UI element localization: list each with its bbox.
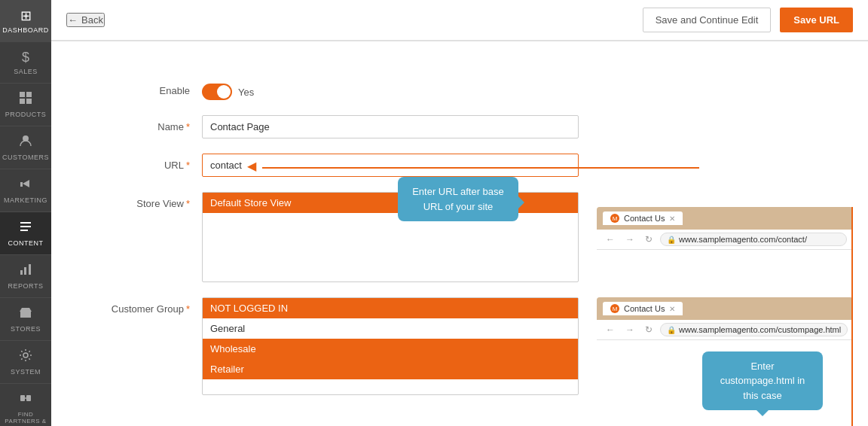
form-area: Enable Yes Name* URL*	[51, 56, 868, 426]
url-input[interactable]	[202, 154, 579, 177]
browser-2-forward-btn[interactable]: →	[622, 323, 637, 336]
svg-point-12	[23, 353, 28, 358]
enable-toggle-wrap: Yes	[202, 79, 579, 100]
back-label: Back	[81, 14, 103, 26]
enable-toggle[interactable]	[202, 84, 232, 100]
reports-icon	[19, 263, 32, 280]
browser-2-reload-btn[interactable]: ↻	[642, 323, 656, 336]
customer-group-list[interactable]: NOT LOGGED IN General Wholesale Retailer	[202, 297, 579, 395]
browser-1-favicon: M	[610, 214, 619, 223]
sidebar-item-customers[interactable]: CUSTOMERS	[0, 126, 51, 169]
marketing-icon	[19, 177, 32, 194]
svg-rect-0	[20, 92, 25, 97]
cg-option-general[interactable]: General	[203, 318, 578, 339]
browser-mockup-1: M Contact Us ✕ ← → ↻ 🔒 www.samplemagento…	[597, 207, 853, 250]
sidebar-item-dashboard[interactable]: ⊞ DASHBOARD	[0, 0, 51, 42]
svg-rect-10	[29, 264, 31, 275]
customers-icon	[19, 134, 32, 151]
browser-1-new-tab-area	[689, 210, 847, 227]
browser-2-favicon: M	[610, 304, 619, 313]
dashboard-icon: ⊞	[20, 8, 32, 24]
name-control	[202, 115, 579, 138]
browser-2-back-btn[interactable]: ←	[603, 323, 618, 336]
stores-icon	[19, 306, 32, 323]
browser-1-lock-icon: 🔒	[667, 236, 676, 244]
enable-row: Enable Yes	[96, 79, 823, 100]
browser-mockup-2: M Contact Us ✕ ← → ↻ 🔒 www.samplemagento…	[597, 297, 853, 340]
url-tooltip: Enter URL after base URL of your site	[398, 177, 518, 221]
browser-1-nav: ← → ↻ 🔒 www.samplemagento.com/contact/	[597, 230, 853, 250]
main-content: ← Back Save and Continue Edit Save URL E…	[51, 0, 868, 426]
vertical-orange-line	[851, 207, 853, 426]
svg-rect-7	[20, 230, 28, 231]
browser-2-lock-icon: 🔒	[667, 326, 676, 334]
save-url-button[interactable]: Save URL	[780, 8, 853, 32]
store-view-required: *	[186, 198, 190, 209]
enable-control: Yes	[202, 79, 579, 100]
save-continue-button[interactable]: Save and Continue Edit	[643, 8, 772, 32]
browser-1-tab-bar: M Contact Us ✕	[597, 207, 853, 230]
cg-option-retailer[interactable]: Retailer	[203, 359, 578, 379]
cg-option-not-logged-in[interactable]: NOT LOGGED IN	[203, 298, 578, 318]
url-required: *	[186, 160, 190, 171]
back-button[interactable]: ← Back	[66, 13, 105, 27]
browser-2-close[interactable]: ✕	[669, 305, 675, 313]
sidebar-item-label: CUSTOMERS	[2, 154, 49, 161]
sidebar-item-partners[interactable]: FIND PARTNERS & EXTENSIONS	[0, 384, 51, 426]
sidebar-item-label: PRODUCTS	[5, 111, 47, 118]
url-orange-line	[262, 167, 699, 169]
svg-rect-5	[20, 222, 31, 224]
browser-1-tab: M Contact Us ✕	[603, 211, 683, 225]
content-icon	[19, 220, 32, 237]
system-icon	[19, 348, 32, 366]
browser-2-tab: M Contact Us ✕	[603, 302, 683, 315]
sidebar-item-stores[interactable]: STORES	[0, 298, 51, 341]
name-input[interactable]	[202, 115, 579, 138]
svg-rect-11	[20, 312, 31, 318]
customer-group-label: Customer Group*	[96, 297, 202, 315]
sidebar-item-products[interactable]: PRODUCTS	[0, 84, 51, 126]
back-arrow-icon: ←	[68, 14, 78, 26]
name-row: Name*	[96, 115, 823, 138]
cg-option-wholesale[interactable]: Wholesale	[203, 339, 578, 359]
name-required: *	[186, 121, 190, 132]
browser-1-tab-title: Contact Us	[624, 214, 665, 223]
svg-rect-2	[20, 99, 25, 104]
sidebar-item-sales[interactable]: $ SALES	[0, 42, 51, 84]
custompage-tooltip: Enter custompage.html in this case	[702, 351, 823, 411]
cg-required: *	[186, 303, 190, 315]
sidebar-item-label: REPORTS	[8, 282, 44, 290]
browser-1-back-btn[interactable]: ←	[603, 233, 618, 246]
sidebar-item-marketing[interactable]: MARKETING	[0, 169, 51, 212]
url-row: URL* ◀	[96, 154, 823, 177]
sidebar: ⊞ DASHBOARD $ SALES PRODUCTS CUSTOMERS M…	[0, 0, 51, 426]
browser-2-nav: ← → ↻ 🔒 www.samplemagento.com/custompage…	[597, 320, 853, 340]
browser-1-reload-btn[interactable]: ↻	[642, 233, 656, 246]
browser-2-tab-bar: M Contact Us ✕	[597, 297, 853, 320]
sidebar-item-label: CONTENT	[8, 239, 44, 247]
svg-rect-1	[26, 92, 32, 97]
browser-1-url: www.samplemagento.com/contact/	[679, 235, 807, 244]
browser-2-new-tab-area	[689, 300, 847, 317]
sales-icon: $	[22, 50, 29, 65]
browser-1-url-bar: 🔒 www.samplemagento.com/contact/	[660, 233, 847, 246]
svg-rect-6	[20, 226, 31, 227]
header-divider	[51, 41, 868, 41]
sidebar-item-content[interactable]: CONTENT	[0, 212, 51, 255]
svg-rect-13	[20, 395, 25, 401]
url-label: URL*	[96, 154, 202, 171]
customer-group-control: NOT LOGGED IN General Wholesale Retailer	[202, 297, 579, 395]
sidebar-item-label: SALES	[14, 68, 38, 75]
svg-rect-8	[20, 270, 23, 275]
sidebar-item-system[interactable]: SYSTEM	[0, 341, 51, 384]
browser-1-close[interactable]: ✕	[669, 215, 675, 223]
sidebar-item-label: STORES	[11, 325, 41, 333]
sidebar-item-label: MARKETING	[4, 196, 47, 204]
browser-2-url-bar: 🔒 www.samplemagento.com/custompage.html	[660, 323, 848, 336]
sidebar-item-reports[interactable]: REPORTS	[0, 255, 51, 298]
browser-1-forward-btn[interactable]: →	[622, 233, 637, 246]
page-header: ← Back Save and Continue Edit Save URL	[51, 0, 868, 41]
svg-rect-9	[24, 267, 26, 275]
sidebar-item-label: FIND PARTNERS & EXTENSIONS	[3, 411, 48, 426]
partners-icon	[19, 391, 32, 409]
